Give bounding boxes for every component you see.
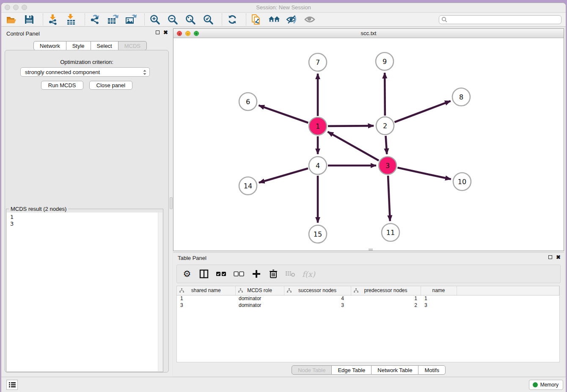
graph-edge-3-10[interactable]: [397, 168, 451, 179]
import-network-icon[interactable]: [47, 14, 59, 25]
graph-node-4[interactable]: 4: [309, 157, 327, 174]
table-cell: 1: [351, 295, 421, 302]
graph-node-1[interactable]: 1: [309, 117, 327, 135]
horizontal-splitter-grip[interactable]: [369, 248, 373, 251]
graph-node-15[interactable]: 15: [309, 225, 327, 243]
tab-edge-table[interactable]: Edge Table: [331, 365, 372, 375]
graph-node-6[interactable]: 6: [239, 93, 257, 110]
task-history-button[interactable]: [6, 380, 18, 390]
chevron-up-down-icon: [143, 69, 147, 77]
tab-motifs[interactable]: Motifs: [418, 365, 446, 375]
svg-text:6: 6: [246, 98, 250, 106]
graph-edge-4-14[interactable]: [259, 168, 308, 183]
tab-node-table[interactable]: Node Table: [292, 365, 332, 375]
column-header-predecessor-nodes[interactable]: predecessor nodes: [351, 286, 421, 295]
graph-node-14[interactable]: 14: [239, 177, 257, 195]
add-column-icon[interactable]: [251, 268, 261, 279]
import-table-icon[interactable]: [65, 14, 77, 25]
svg-text:1: 1: [316, 122, 320, 130]
tab-network[interactable]: Network: [33, 41, 66, 50]
zoom-out-icon[interactable]: [167, 14, 179, 25]
graph-edge-2-8[interactable]: [394, 101, 450, 122]
table-cell: 1: [177, 295, 235, 302]
result-scrollbar[interactable]: [158, 213, 162, 371]
graph-node-9[interactable]: 9: [376, 52, 394, 70]
node-table: shared nameMCDS rolesuccessor nodesprede…: [176, 286, 560, 362]
close-table-panel-icon[interactable]: ✖: [556, 255, 561, 259]
application-window: Session: New Session: [1, 3, 566, 392]
zoom-selected-icon[interactable]: [202, 14, 214, 25]
vertical-splitter-grip[interactable]: [170, 197, 173, 209]
table-body: 1dominator4113dominator323: [177, 295, 559, 309]
search-input[interactable]: [439, 15, 561, 24]
memory-button[interactable]: Memory: [529, 380, 563, 390]
column-header-MCDS-role[interactable]: MCDS role: [235, 286, 284, 295]
graph-edge-1-2[interactable]: [328, 126, 374, 126]
table-panel-title: Table Panel: [178, 255, 206, 261]
tab-network-table[interactable]: Network Table: [371, 365, 418, 375]
search-icon: [441, 17, 447, 24]
graph-edge-3-1[interactable]: [328, 132, 379, 160]
graph-node-10[interactable]: 10: [453, 173, 471, 190]
column-header-shared-name[interactable]: shared name: [177, 286, 235, 295]
tab-select[interactable]: Select: [91, 41, 118, 50]
show-details-eye-icon[interactable]: [304, 14, 316, 25]
graph-node-2[interactable]: 2: [376, 117, 394, 135]
export-image-icon[interactable]: [125, 14, 137, 25]
network-canvas[interactable]: 7968124314101511: [173, 38, 564, 251]
save-session-icon[interactable]: [23, 14, 35, 25]
function-builder-icon[interactable]: f(x): [302, 268, 315, 279]
open-session-icon[interactable]: [6, 14, 17, 25]
status-bar: Memory: [1, 377, 566, 392]
zoom-fit-icon[interactable]: [184, 14, 196, 25]
tab-style[interactable]: Style: [66, 41, 91, 50]
delete-column-icon[interactable]: [268, 268, 278, 279]
tab-mcds[interactable]: MCDS: [118, 41, 147, 50]
float-table-panel-icon[interactable]: [548, 255, 552, 259]
graph-node-7[interactable]: 7: [309, 53, 327, 71]
svg-text:11: 11: [386, 229, 395, 237]
refresh-icon[interactable]: [226, 14, 238, 25]
svg-text:3: 3: [385, 162, 390, 170]
graph-edge-2-9[interactable]: [385, 73, 385, 116]
column-header-successor-nodes[interactable]: successor nodes: [284, 286, 351, 295]
select-all-columns-icon[interactable]: [216, 268, 227, 279]
home-networks-icon[interactable]: [268, 14, 280, 25]
table-header-row[interactable]: shared nameMCDS rolesuccessor nodesprede…: [177, 286, 559, 295]
content-area: Control Panel ✖ Network Style Select MCD…: [1, 27, 566, 377]
float-panel-icon[interactable]: [156, 30, 160, 34]
clone-network-icon[interactable]: [250, 14, 262, 25]
toolbar-separator: [43, 14, 43, 25]
table-row[interactable]: 1dominator411: [177, 295, 559, 302]
mcds-result-text[interactable]: 1 3: [7, 213, 162, 371]
graph-node-3[interactable]: 3: [379, 157, 396, 174]
optimization-criterion-label: Optimization criterion:: [5, 59, 168, 65]
column-header-name[interactable]: name: [421, 286, 457, 295]
graph-node-8[interactable]: 8: [452, 88, 470, 106]
run-mcds-button[interactable]: Run MCDS: [41, 81, 83, 90]
hide-details-eye-slash-icon[interactable]: [286, 14, 298, 25]
delete-table-icon[interactable]: [285, 268, 295, 279]
export-network-icon[interactable]: [89, 14, 101, 25]
window-title: Session: New Session: [1, 4, 566, 11]
optimization-criterion-select[interactable]: strongly connected component: [20, 67, 150, 77]
export-table-icon[interactable]: [107, 14, 119, 25]
graph-node-11[interactable]: 11: [382, 224, 399, 241]
network-view-title: scc.txt: [173, 30, 564, 36]
mcds-result-title: MCDS result (2 nodes): [9, 206, 68, 212]
settings-gear-icon[interactable]: ⚙: [182, 268, 192, 279]
memory-status-icon: [533, 382, 538, 387]
mcds-tab-pane: Optimization criterion: strongly connect…: [5, 50, 169, 373]
table-cell: 3: [284, 302, 351, 309]
graph-edge-2-3[interactable]: [386, 136, 387, 154]
close-panel-icon[interactable]: ✖: [163, 30, 168, 35]
table-row[interactable]: 3dominator323: [177, 302, 559, 309]
graph-edge-1-6[interactable]: [259, 105, 308, 123]
deselect-all-columns-icon[interactable]: [234, 268, 245, 279]
split-columns-icon[interactable]: [199, 268, 209, 279]
table-tabs: Node Table Edge Table Network Table Moti…: [173, 365, 564, 375]
zoom-in-icon[interactable]: [149, 14, 161, 25]
graph-edge-3-11[interactable]: [388, 176, 390, 221]
close-panel-button[interactable]: Close panel: [89, 81, 133, 90]
toolbar-separator: [85, 14, 85, 25]
